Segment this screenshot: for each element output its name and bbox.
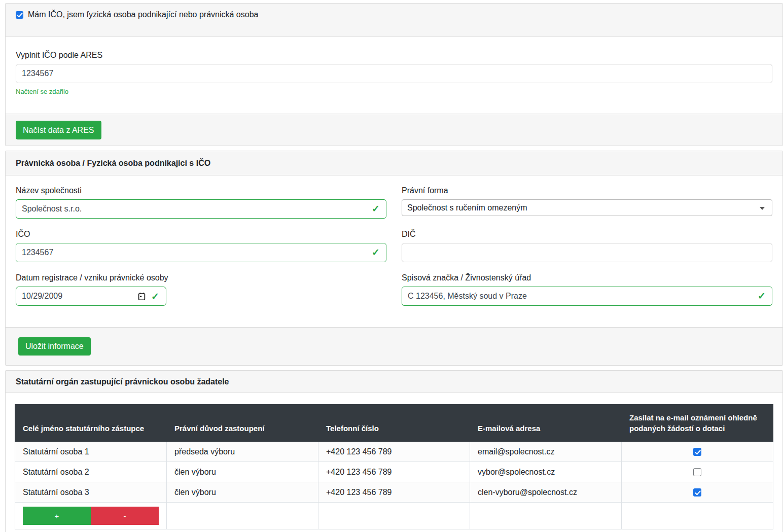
notify-checkbox[interactable]	[693, 468, 701, 476]
ares-ico-input[interactable]	[16, 64, 772, 83]
notify-checkbox[interactable]	[693, 488, 701, 496]
legal-form-selected-value: Společnost s ručením omezeným	[407, 203, 527, 212]
company-details-card: Právnická osoba / Fyzická osoba podnikaj…	[5, 151, 783, 366]
add-row-button[interactable]: +	[23, 507, 91, 525]
company-name-label: Název společnosti	[16, 186, 386, 195]
legal-form-select[interactable]: Společnost s ručením omezeným	[402, 199, 772, 216]
statutory-table: Celé jméno statutárního zástupce Právní …	[15, 404, 773, 529]
file-number-label: Spisová značka / Živnostenský úřad	[402, 273, 772, 282]
file-number-input[interactable]	[402, 287, 772, 306]
statutory-card: Statutární orgán zastupující právnickou …	[5, 370, 783, 532]
registration-date-label: Datum registrace / vzniku právnické osob…	[16, 273, 386, 282]
col-header-phone: Telefonní číslo	[318, 405, 470, 442]
col-header-email: E-mailová adresa	[470, 405, 622, 442]
empty-cell	[622, 503, 773, 529]
table-actions-row: + -	[15, 503, 773, 529]
applicant-form-page: Mám IČO, jsem fyzická osoba podnikající …	[0, 0, 783, 532]
ico-field: IČO ✓	[16, 230, 386, 262]
table-row: Statutární osoba 2 člen výboru +420 123 …	[15, 462, 773, 482]
statutory-name-cell: Statutární osoba 1	[15, 442, 167, 462]
ico-input[interactable]	[16, 243, 386, 262]
table-row: Statutární osoba 1 předseda výboru +420 …	[15, 442, 773, 462]
col-header-legal-reason: Právní důvod zastoupení	[167, 405, 318, 442]
valid-check-icon: ✓	[372, 247, 380, 257]
notify-checkbox-cell	[622, 462, 773, 482]
statutory-table-header-row: Celé jméno statutárního zástupce Právní …	[15, 405, 773, 442]
dic-label: DIČ	[402, 230, 772, 238]
empty-cell	[318, 503, 470, 529]
company-card-title: Právnická osoba / Fyzická osoba podnikaj…	[16, 159, 772, 168]
remove-row-button[interactable]: -	[91, 507, 159, 525]
valid-check-icon: ✓	[372, 204, 380, 214]
statutory-card-body: Celé jméno statutárního zástupce Právní …	[6, 393, 782, 532]
chevron-down-icon	[760, 207, 765, 210]
ares-footer: Načíst data z ARES	[6, 114, 782, 146]
dic-input[interactable]	[402, 243, 772, 262]
legal-form-label: Právní forma	[402, 186, 772, 195]
empty-cell	[470, 503, 622, 529]
notify-checkbox-cell	[622, 482, 773, 503]
load-ares-button[interactable]: Načíst data z ARES	[16, 121, 101, 139]
col-header-notify: Zasílat na e-mail oznámení ohledně podan…	[622, 405, 773, 442]
registration-date-field: Datum registrace / vzniku právnické osob…	[16, 273, 386, 306]
empty-cell	[167, 503, 318, 529]
legal-reason-cell: člen výboru	[167, 462, 318, 482]
email-cell: clen-vyboru@spolecnost.cz	[470, 482, 622, 503]
statutory-card-header: Statutární orgán zastupující právnickou …	[6, 371, 782, 393]
ares-status-message: Načtení se zdařilo	[16, 88, 772, 95]
save-info-button[interactable]: Uložit informace	[18, 337, 91, 356]
statutory-name-cell: Statutární osoba 3	[15, 482, 167, 503]
phone-cell: +420 123 456 789	[318, 462, 470, 482]
ares-lookup-body: Vyplnit IČO podle ARES Načtení se zdařil…	[6, 37, 782, 114]
statutory-table-body: Statutární osoba 1 předseda výboru +420 …	[15, 442, 773, 503]
company-name-input[interactable]	[16, 199, 386, 219]
legal-reason-cell: člen výboru	[167, 482, 318, 503]
registration-date-input[interactable]: 10/29/2009 ✓	[16, 287, 166, 306]
phone-cell: +420 123 456 789	[318, 442, 470, 462]
company-card-body: Název společnosti ✓ Právní forma Společn…	[6, 175, 782, 327]
table-row: Statutární osoba 3 člen výboru +420 123 …	[15, 482, 773, 503]
valid-check-icon: ✓	[151, 292, 159, 301]
ico-label: IČO	[16, 230, 386, 238]
company-name-field: Název společnosti ✓	[16, 186, 386, 219]
has-ico-header: Mám IČO, jsem fyzická osoba podnikající …	[6, 4, 782, 37]
email-cell: email@spolecnost.cz	[470, 442, 622, 462]
ico-ares-card: Mám IČO, jsem fyzická osoba podnikající …	[5, 3, 783, 146]
email-cell: vybor@spolecnost.cz	[470, 462, 622, 482]
dic-field: DIČ	[402, 230, 772, 262]
company-card-footer: Uložit informace	[6, 327, 782, 365]
ares-ico-label: Vyplnit IČO podle ARES	[16, 51, 772, 59]
valid-check-icon: ✓	[758, 291, 766, 301]
legal-reason-cell: předseda výboru	[167, 442, 318, 462]
company-card-header: Právnická osoba / Fyzická osoba podnikaj…	[6, 151, 782, 175]
notify-checkbox[interactable]	[693, 448, 701, 456]
file-number-field: Spisová značka / Živnostenský úřad ✓	[402, 273, 772, 306]
statutory-name-cell: Statutární osoba 2	[15, 462, 167, 482]
table-actions-cell: + -	[15, 503, 167, 529]
phone-cell: +420 123 456 789	[318, 482, 470, 503]
notify-checkbox-cell	[622, 442, 773, 462]
has-ico-checkbox-row[interactable]: Mám IČO, jsem fyzická osoba podnikající …	[16, 10, 258, 19]
registration-date-value: 10/29/2009	[22, 292, 62, 301]
calendar-icon[interactable]	[137, 292, 146, 301]
legal-form-field: Právní forma Společnost s ručením omezen…	[402, 186, 772, 219]
statutory-card-title: Statutární orgán zastupující právnickou …	[16, 377, 772, 386]
col-header-full-name: Celé jméno statutárního zástupce	[15, 405, 167, 442]
has-ico-checkbox-label: Mám IČO, jsem fyzická osoba podnikající …	[28, 10, 258, 19]
has-ico-checkbox[interactable]	[16, 11, 23, 19]
